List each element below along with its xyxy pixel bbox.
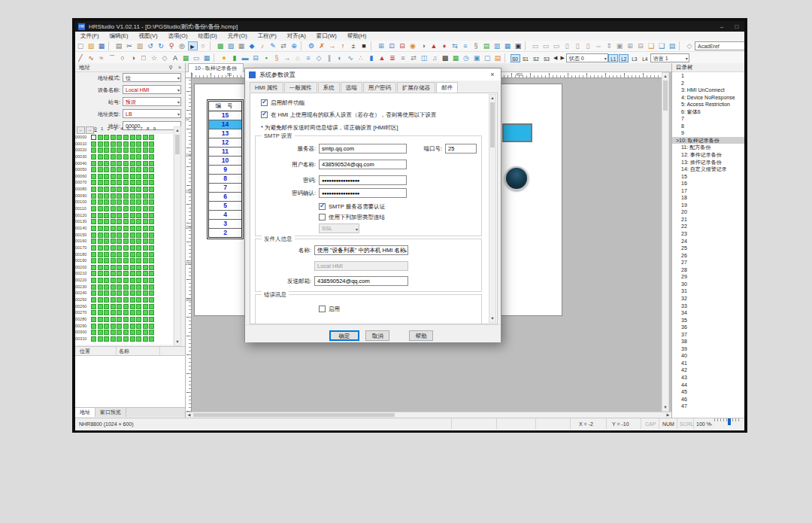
tree-item[interactable]: 42	[672, 366, 744, 374]
address-bit-cell[interactable]	[111, 135, 116, 140]
address-bit-cell[interactable]	[91, 271, 96, 276]
address-bit-cell[interactable]	[143, 161, 148, 166]
align-center-icon[interactable]: ▭	[541, 41, 551, 50]
address-bit-cell[interactable]	[104, 310, 109, 315]
offline-sim-icon[interactable]: ▦	[237, 41, 247, 50]
address-bit-cell[interactable]	[136, 135, 141, 140]
address-bit-cell[interactable]	[98, 290, 103, 296]
tree-item[interactable]: 26	[672, 252, 744, 260]
ssl-combo[interactable]: SSL▾	[319, 223, 359, 233]
tree-item[interactable]: 43	[672, 374, 744, 382]
address-bit-cell[interactable]	[143, 297, 148, 303]
address-bit-cell[interactable]	[111, 174, 116, 179]
round-button-widget[interactable]	[504, 166, 529, 190]
address-bit-cell[interactable]	[98, 271, 103, 276]
address-bit-cell[interactable]	[143, 290, 148, 296]
address-mode-combo[interactable]: 位▾	[123, 73, 181, 82]
align-top-icon[interactable]: ▯	[562, 41, 572, 50]
checkbox-unchecked-icon[interactable]	[319, 214, 326, 220]
tab-address[interactable]: 地址	[75, 408, 95, 417]
address-bit-cell[interactable]	[149, 278, 154, 283]
address-bit-cell[interactable]	[117, 304, 122, 309]
address-bit-cell[interactable]	[136, 219, 141, 224]
address-bit-cell[interactable]	[149, 135, 154, 140]
cancel-button[interactable]: 取消	[365, 330, 389, 341]
address-bit-cell[interactable]	[104, 193, 109, 199]
tree-item[interactable]: 14: 自定义报警记录	[672, 166, 744, 173]
address-bit-cell[interactable]	[123, 219, 129, 224]
address-bit-cell[interactable]	[123, 154, 129, 160]
address-bit-cell[interactable]	[91, 324, 96, 329]
address-bit-cell[interactable]	[123, 284, 129, 290]
address-bit-cell[interactable]	[98, 239, 103, 244]
menu-item-4[interactable]: 绘图(D)	[192, 32, 222, 40]
address-bit-cell[interactable]	[104, 258, 109, 263]
window-preview-icon[interactable]: ▨	[226, 41, 236, 50]
address-bit-cell[interactable]	[123, 167, 129, 172]
blue-rect-widget[interactable]	[502, 123, 532, 142]
tree-item[interactable]: 39	[672, 345, 744, 353]
address-bit-cell[interactable]	[123, 213, 129, 218]
address-bit-cell[interactable]	[123, 310, 129, 315]
address-bit-cell[interactable]	[149, 161, 154, 166]
address-bit-cell[interactable]	[111, 336, 116, 342]
align-bottom-icon[interactable]: ▯	[583, 41, 593, 50]
address-bit-cell[interactable]	[117, 258, 122, 263]
event-list-icon[interactable]: ≡	[461, 41, 471, 50]
use-existing-row[interactable]: 在 HMI 上使用现有的联系人设置（若存在），否则将使用以下设置	[261, 111, 436, 119]
address-bit-cell[interactable]	[104, 199, 109, 205]
import-icon[interactable]: ±	[349, 41, 359, 50]
address-bit-cell[interactable]	[136, 258, 141, 263]
address-bit-cell[interactable]	[111, 206, 116, 211]
smtp-user-input[interactable]: 438590524@qq.com	[319, 160, 407, 169]
tree-item[interactable]: 13: 操作记录备份	[672, 159, 744, 166]
address-bit-cell[interactable]	[123, 265, 129, 270]
address-bit-cell[interactable]	[136, 167, 141, 172]
address-bit-cell[interactable]	[149, 284, 154, 290]
address-bit-cell[interactable]	[117, 167, 122, 172]
tree-item[interactable]: 1	[672, 72, 744, 80]
address-bit-cell[interactable]	[117, 271, 122, 276]
address-bit-cell[interactable]	[117, 180, 122, 185]
layer-l3-button[interactable]: L3	[629, 54, 639, 62]
address-bit-cell[interactable]	[91, 297, 96, 303]
eraser-icon[interactable]: ◆	[247, 41, 257, 50]
address-bit-cell[interactable]	[123, 226, 129, 231]
address-bit-cell[interactable]	[130, 167, 135, 172]
save-icon[interactable]: ▦	[97, 41, 107, 50]
state-s2-button[interactable]: S2	[532, 54, 541, 62]
schedule-icon[interactable]: ◑	[419, 41, 429, 50]
address-bit-cell[interactable]	[104, 252, 109, 257]
address-bit-cell[interactable]	[149, 167, 154, 172]
copy-icon[interactable]: ▤	[114, 41, 124, 50]
address-bit-cell[interactable]	[136, 180, 141, 185]
address-bit-cell[interactable]	[149, 154, 154, 160]
date-time-icon[interactable]: ◷	[462, 53, 471, 62]
address-bit-cell[interactable]	[111, 161, 116, 166]
address-bit-cell[interactable]	[149, 199, 154, 205]
address-bit-cell[interactable]	[130, 233, 135, 238]
address-bit-cell[interactable]	[98, 219, 103, 224]
dialog-close-button[interactable]: ×	[484, 71, 501, 78]
address-bit-cell[interactable]	[98, 174, 103, 179]
menu-item-7[interactable]: 对齐(A)	[282, 32, 311, 40]
address-bit-cell[interactable]	[143, 317, 148, 322]
address-bit-cell[interactable]	[91, 226, 96, 231]
address-bit-cell[interactable]	[117, 324, 122, 329]
address-bit-cell[interactable]	[130, 187, 135, 192]
meter-widget-icon[interactable]: ◐	[335, 53, 345, 62]
enable-mail-row[interactable]: 启用邮件功能	[261, 99, 304, 107]
menu-item-0[interactable]: 文件(F)	[75, 32, 105, 40]
address-bit-cell[interactable]	[117, 290, 122, 296]
tree-item[interactable]: 28	[672, 266, 744, 274]
address-bit-cell[interactable]	[136, 336, 141, 342]
address-bit-cell[interactable]	[91, 239, 96, 244]
alarm-bar-icon[interactable]: ▲	[377, 53, 387, 62]
pie-tool-icon[interactable]: ◑	[129, 53, 138, 62]
address-bit-cell[interactable]	[149, 258, 154, 263]
address-bit-cell[interactable]	[117, 226, 122, 231]
pin-icon[interactable]: ⚲	[169, 63, 173, 72]
download-icon[interactable]: →	[328, 41, 338, 50]
tree-item[interactable]: 25	[672, 245, 744, 252]
address-bit-cell[interactable]	[123, 271, 129, 276]
